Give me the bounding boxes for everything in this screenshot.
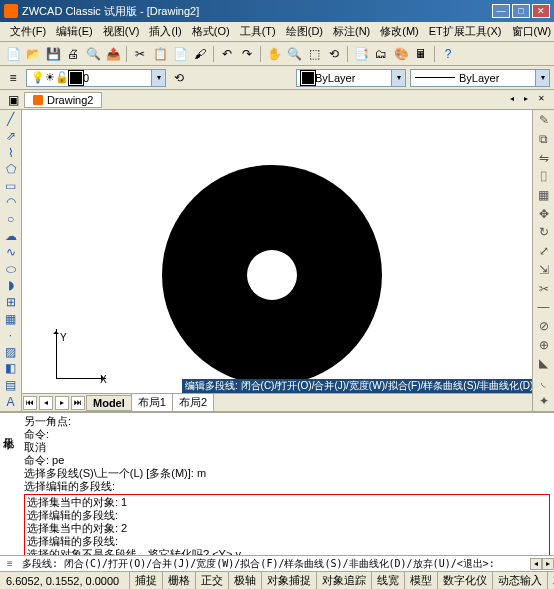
menu-edit[interactable]: 编辑(E): [52, 23, 97, 40]
new-icon[interactable]: 📄: [4, 45, 22, 63]
menu-file[interactable]: 文件(F): [6, 23, 50, 40]
tab-prev-icon[interactable]: ◂: [39, 396, 53, 410]
command-input[interactable]: [20, 558, 530, 569]
spline-icon[interactable]: ∿: [2, 245, 20, 260]
status-snap[interactable]: 捕捉: [130, 572, 163, 589]
arc-icon[interactable]: ◠: [2, 195, 20, 210]
save-icon[interactable]: 💾: [44, 45, 62, 63]
rotate-icon[interactable]: ↻: [535, 224, 553, 241]
color-dropdown[interactable]: ByLayer ▾: [296, 69, 406, 87]
layer-prev-icon[interactable]: ⟲: [170, 69, 188, 87]
chevron-down-icon[interactable]: ▾: [391, 70, 405, 86]
status-dyn[interactable]: 动态输入: [493, 572, 548, 589]
status-grid[interactable]: 栅格: [163, 572, 196, 589]
stretch-icon[interactable]: ⇲: [535, 262, 553, 279]
menu-view[interactable]: 视图(V): [99, 23, 144, 40]
zoom-rt-icon[interactable]: 🔍: [285, 45, 303, 63]
status-otrack[interactable]: 对象追踪: [317, 572, 372, 589]
calc-icon[interactable]: 🖩: [412, 45, 430, 63]
menu-format[interactable]: 格式(O): [188, 23, 234, 40]
point-icon[interactable]: ·: [2, 328, 20, 343]
chevron-down-icon[interactable]: ▾: [535, 70, 549, 86]
publish-icon[interactable]: 📤: [104, 45, 122, 63]
tab-layout1[interactable]: 布局1: [131, 393, 173, 411]
polygon-icon[interactable]: ⬠: [2, 162, 20, 177]
status-polar[interactable]: 极轴: [229, 572, 262, 589]
layer-dropdown[interactable]: 💡☀🔓 0 ▾: [26, 69, 166, 87]
scale-icon[interactable]: ⤢: [535, 243, 553, 260]
command-history[interactable]: 另一角点: 命令: 取消 命令: pe 选择多段线(S)\上一个(L) [多条(…: [0, 413, 554, 555]
status-ortho[interactable]: 正交: [196, 572, 229, 589]
pline-icon[interactable]: ⌇: [2, 145, 20, 160]
explode-icon[interactable]: ✦: [535, 392, 553, 409]
layer-mgr-icon[interactable]: ≡: [4, 69, 22, 87]
status-tablet[interactable]: 数字化仪: [438, 572, 493, 589]
tab-layout2[interactable]: 布局2: [172, 393, 214, 411]
zoom-win-icon[interactable]: ⬚: [305, 45, 323, 63]
status-lwt[interactable]: 线宽: [372, 572, 405, 589]
help-icon[interactable]: ?: [439, 45, 457, 63]
palette-toggle-icon[interactable]: ▣: [4, 91, 22, 109]
pan-icon[interactable]: ✋: [265, 45, 283, 63]
circle-icon[interactable]: ○: [2, 212, 20, 227]
menu-modify[interactable]: 修改(M): [376, 23, 423, 40]
join-icon[interactable]: ⊕: [535, 336, 553, 353]
ellipse-icon[interactable]: ⬭: [2, 261, 20, 276]
status-ready[interactable]: 就绪: [548, 572, 554, 589]
trim-icon[interactable]: ✂: [535, 280, 553, 297]
document-tab[interactable]: Drawing2: [24, 92, 102, 108]
tpalette-icon[interactable]: 🎨: [392, 45, 410, 63]
status-model[interactable]: 模型: [405, 572, 438, 589]
close-button[interactable]: ✕: [532, 4, 550, 18]
region-icon[interactable]: ◧: [2, 361, 20, 376]
tab-first-icon[interactable]: ⏮: [23, 396, 37, 410]
drawing-canvas[interactable]: Y X 编辑多段线: 闭合(C)/打开(O)/合并(J)/宽度(W)/拟合(F)…: [22, 110, 532, 393]
minimize-button[interactable]: —: [492, 4, 510, 18]
erase-icon[interactable]: ✎: [535, 112, 553, 129]
dcenter-icon[interactable]: 🗂: [372, 45, 390, 63]
props-icon[interactable]: 📑: [352, 45, 370, 63]
mirror-icon[interactable]: ⇋: [535, 149, 553, 166]
tab-last-icon[interactable]: ⏭: [71, 396, 85, 410]
tab-prev-icon[interactable]: ◂: [510, 94, 522, 106]
menu-dim[interactable]: 标注(N): [329, 23, 374, 40]
redo-icon[interactable]: ↷: [238, 45, 256, 63]
chamfer-icon[interactable]: ◣: [535, 355, 553, 372]
table-icon[interactable]: ▤: [2, 378, 20, 393]
menu-draw[interactable]: 绘图(D): [282, 23, 327, 40]
chevron-down-icon[interactable]: ▾: [151, 70, 165, 86]
tab-model[interactable]: Model: [86, 395, 132, 411]
extend-icon[interactable]: ―: [535, 299, 553, 316]
tab-close-icon[interactable]: ✕: [538, 94, 550, 106]
menu-tools[interactable]: 工具(T): [236, 23, 280, 40]
match-icon[interactable]: 🖌: [191, 45, 209, 63]
menu-window[interactable]: 窗口(W): [508, 23, 554, 40]
hatch-icon[interactable]: ▨: [2, 345, 20, 360]
menu-insert[interactable]: 插入(I): [145, 23, 185, 40]
status-osnap[interactable]: 对象捕捉: [262, 572, 317, 589]
maximize-button[interactable]: □: [512, 4, 530, 18]
insert-icon[interactable]: ⊞: [2, 295, 20, 310]
print-icon[interactable]: 🖨: [64, 45, 82, 63]
revcloud-icon[interactable]: ☁: [2, 228, 20, 243]
cut-icon[interactable]: ✂: [131, 45, 149, 63]
ellipsearc-icon[interactable]: ◗: [2, 278, 20, 293]
offset-icon[interactable]: ⌷: [535, 168, 553, 185]
copy-icon[interactable]: 📋: [151, 45, 169, 63]
rect-icon[interactable]: ▭: [2, 178, 20, 193]
xline-icon[interactable]: ⇗: [2, 129, 20, 144]
array-icon[interactable]: ▦: [535, 187, 553, 204]
tab-next-icon[interactable]: ▸: [55, 396, 69, 410]
move-icon[interactable]: ✥: [535, 205, 553, 222]
zoom-prev-icon[interactable]: ⟲: [325, 45, 343, 63]
paste-icon[interactable]: 📄: [171, 45, 189, 63]
line-icon[interactable]: ╱: [2, 112, 20, 127]
open-icon[interactable]: 📂: [24, 45, 42, 63]
block-icon[interactable]: ▦: [2, 311, 20, 326]
mtext-icon[interactable]: A: [2, 394, 20, 409]
preview-icon[interactable]: 🔍: [84, 45, 102, 63]
scroll-left-icon[interactable]: ◂: [530, 558, 542, 570]
tab-next-icon[interactable]: ▸: [524, 94, 536, 106]
copy-obj-icon[interactable]: ⧉: [535, 131, 553, 148]
command-icon[interactable]: ≡: [3, 557, 17, 571]
